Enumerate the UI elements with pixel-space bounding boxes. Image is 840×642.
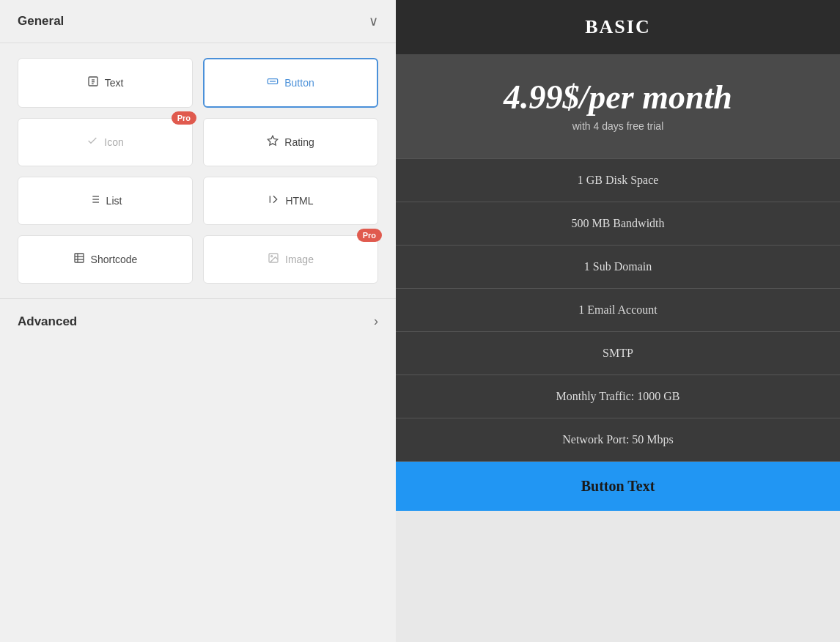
image-widget-icon [268,252,279,267]
icon-widget-label: Icon [104,136,123,148]
icon-widget-icon [86,135,98,150]
image-widget-label: Image [285,254,314,265]
rating-widget-icon [267,135,279,150]
shortcode-widget-icon [73,252,85,267]
shortcode-widget-label: Shortcode [91,254,138,265]
feature-bandwidth-text: 500 MB Bandwidth [571,217,664,229]
icon-pro-badge: Pro [172,111,196,125]
html-widget-label: HTML [285,195,313,207]
widget-html[interactable]: HTML [203,177,378,225]
advanced-title: Advanced [18,314,77,329]
text-widget-icon [87,75,99,90]
feature-disk-space-text: 1 GB Disk Space [578,174,659,186]
feature-subdomain: 1 Sub Domain [396,246,840,289]
collapse-icon: ∨ [369,13,378,29]
feature-smtp: SMTP [396,332,840,375]
widget-text[interactable]: Text [18,58,193,108]
left-panel: General ∨ Text Button Pro Icon [0,0,396,642]
pricing-card: BASIC 4.99$/per month with 4 days free t… [396,0,840,511]
list-widget-icon [89,193,100,208]
pricing-amount: 4.99$/per month [410,81,825,114]
feature-subdomain-text: 1 Sub Domain [584,260,652,273]
feature-traffic-text: Monthly Traffic: 1000 GB [556,390,679,402]
widgets-grid: Text Button Pro Icon Rating [0,43,396,298]
feature-traffic: Monthly Traffic: 1000 GB [396,375,840,418]
button-widget-icon [267,75,279,90]
pricing-cta-button[interactable]: Button Text [396,462,840,511]
general-section-header[interactable]: General ∨ [0,0,396,43]
widget-rating[interactable]: Rating [203,118,378,166]
image-pro-badge: Pro [357,229,382,242]
widget-button[interactable]: Button [203,58,378,108]
widget-icon[interactable]: Pro Icon [18,118,193,166]
svg-point-18 [271,256,273,257]
text-widget-label: Text [105,77,124,89]
feature-network-text: Network Port: 50 Mbps [562,433,674,446]
pricing-header: BASIC [396,0,840,54]
feature-smtp-text: SMTP [603,347,633,359]
widget-image[interactable]: Pro Image [203,235,378,284]
right-panel: BASIC 4.99$/per month with 4 days free t… [396,0,840,642]
svg-marker-6 [268,136,278,145]
feature-email-text: 1 Email Account [578,303,657,316]
pricing-trial: with 4 days free trial [410,120,825,132]
feature-email: 1 Email Account [396,289,840,332]
feature-disk-space: 1 GB Disk Space [396,159,840,202]
list-widget-label: List [106,195,122,207]
html-widget-icon [268,193,279,208]
widget-list[interactable]: List [18,177,193,225]
feature-bandwidth: 500 MB Bandwidth [396,202,840,246]
general-title: General [18,14,64,29]
widget-shortcode[interactable]: Shortcode [18,235,193,284]
feature-network: Network Port: 50 Mbps [396,418,840,462]
pricing-price-section: 4.99$/per month with 4 days free trial [396,54,840,159]
chevron-right-icon: › [374,314,378,329]
plan-name: BASIC [410,16,825,38]
advanced-section[interactable]: Advanced › [0,298,396,344]
button-widget-label: Button [284,77,314,89]
svg-rect-13 [75,254,84,262]
rating-widget-label: Rating [284,136,314,148]
